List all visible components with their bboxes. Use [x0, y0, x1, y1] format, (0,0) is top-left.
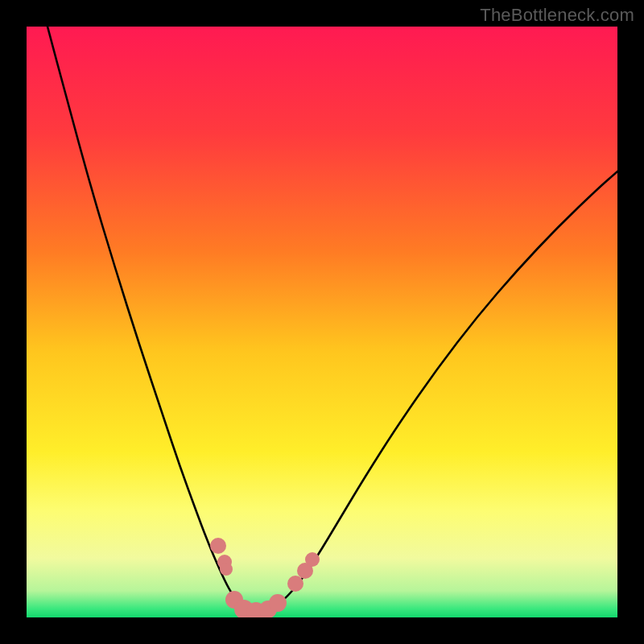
gradient-background: [27, 27, 617, 617]
curve-marker: [210, 538, 226, 554]
plot-area: [27, 27, 617, 617]
curve-marker: [287, 576, 303, 592]
watermark-text: TheBottleneck.com: [480, 5, 634, 26]
curve-marker: [305, 552, 320, 567]
chart-svg: [27, 27, 617, 617]
outer-frame: TheBottleneck.com: [0, 0, 644, 644]
curve-marker: [269, 594, 287, 612]
curve-marker: [220, 563, 233, 576]
